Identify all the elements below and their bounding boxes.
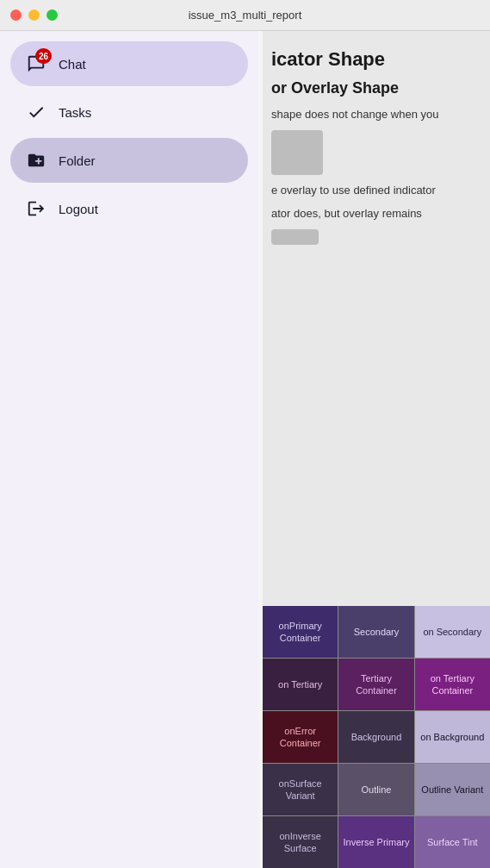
sidebar-item-label-folder: Folder	[59, 153, 96, 168]
color-cell: onSurface Variant	[263, 764, 338, 815]
window-controls[interactable]	[10, 9, 58, 21]
color-cell: Surface Tint	[415, 816, 490, 868]
content-title-1: icator Shape	[271, 48, 476, 71]
sidebar: 26 Chat Tasks Folder	[0, 31, 258, 868]
minimize-button[interactable]	[28, 9, 40, 21]
content-title-2: or Overlay Shape	[271, 79, 476, 97]
main-container: 26 Chat Tasks Folder	[0, 31, 490, 868]
color-cell: onPrimary Container	[263, 606, 338, 658]
color-cell: on Background	[415, 711, 490, 763]
color-cell: Outline	[338, 764, 413, 815]
content-top: icator Shape or Overlay Shape shape does…	[263, 31, 490, 260]
color-cell: on Tertiary Container	[415, 659, 490, 710]
content-text-2: e overlay to use defined indicator	[271, 182, 476, 199]
folder-add-icon	[26, 150, 47, 171]
content-area: icator Shape or Overlay Shape shape does…	[263, 31, 490, 868]
maximize-button[interactable]	[47, 9, 58, 21]
content-text-3: ator does, but overlay remains	[271, 205, 476, 222]
color-cell: Inverse Primary	[338, 816, 413, 868]
color-cell: Outline Variant	[415, 764, 490, 815]
sidebar-item-tasks[interactable]: Tasks	[10, 90, 248, 134]
placeholder-rect-1	[271, 130, 323, 175]
chat-badge: 26	[35, 48, 52, 64]
color-cell: Background	[338, 711, 413, 763]
color-cell: onError Container	[263, 711, 338, 763]
sidebar-item-label-tasks: Tasks	[59, 105, 91, 120]
color-cell: onInverse Surface	[263, 816, 338, 868]
sidebar-item-chat[interactable]: 26 Chat	[10, 41, 248, 86]
color-cell: Tertiary Container	[338, 659, 413, 710]
sidebar-item-label-logout: Logout	[59, 202, 98, 216]
sidebar-item-logout[interactable]: Logout	[10, 186, 248, 231]
color-cell: on Secondary	[415, 606, 490, 658]
window-title: issue_m3_multi_report	[189, 9, 302, 22]
sidebar-item-label-chat: Chat	[59, 57, 86, 72]
logout-icon	[26, 198, 47, 219]
close-button[interactable]	[10, 9, 22, 21]
color-cell: on Tertiary	[263, 659, 338, 710]
chat-icon: 26	[26, 53, 47, 74]
color-cell: Secondary	[338, 606, 413, 658]
sidebar-item-folder[interactable]: Folder	[10, 138, 248, 183]
title-bar: issue_m3_multi_report	[0, 0, 490, 31]
color-grid-area: onPrimary ContainerSecondaryon Secondary…	[263, 603, 490, 868]
content-text-1: shape does not change when you	[271, 106, 476, 123]
color-grid: onPrimary ContainerSecondaryon Secondary…	[263, 606, 490, 868]
tasks-icon	[26, 102, 47, 122]
placeholder-rect-2	[271, 229, 319, 245]
